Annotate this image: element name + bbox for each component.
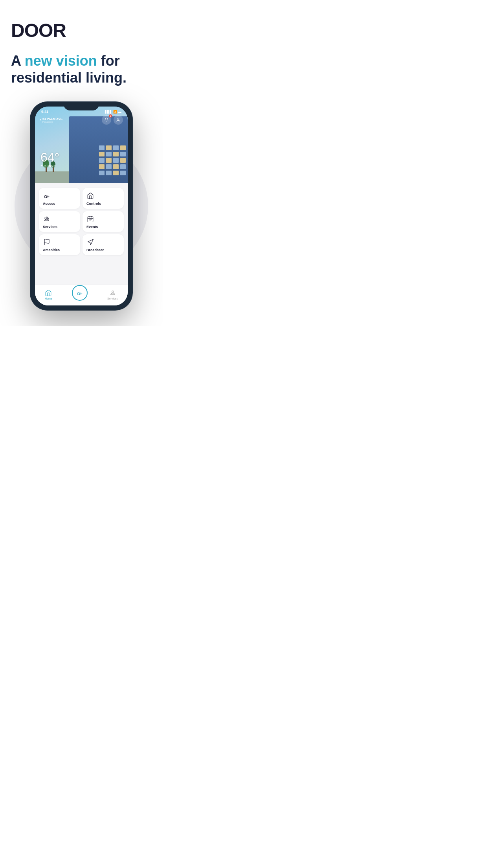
- controls-icon: [86, 192, 94, 200]
- services-label: Services: [43, 225, 76, 229]
- events-card[interactable]: Events: [83, 211, 124, 232]
- bottom-nav: Home Services: [35, 285, 128, 305]
- services-card[interactable]: Services: [39, 211, 80, 232]
- tagline-plain: A: [11, 53, 25, 69]
- address-block[interactable]: ▾ 64 PALM AVE. Pasadena: [40, 117, 63, 123]
- page-wrapper: DOOR A new vision for residential living…: [0, 0, 163, 326]
- svg-point-1: [44, 196, 47, 198]
- status-time: 9:41: [41, 110, 48, 114]
- app-title: DOOR: [11, 20, 152, 41]
- hero-area: 9:41 ▋▋▋ 📶 ▬ ▾ 64 PALM AVE.: [35, 107, 128, 183]
- wifi-icon: 📶: [113, 110, 117, 114]
- services-icon: [43, 215, 51, 223]
- address-main: 64 PALM AVE.: [42, 117, 63, 121]
- grid-row-2: Services Events: [39, 211, 124, 232]
- controls-label: Controls: [86, 202, 120, 206]
- phone-scene: 9:41 ▋▋▋ 📶 ▬ ▾ 64 PALM AVE.: [11, 102, 152, 310]
- profile-icon: [116, 118, 121, 122]
- svg-point-9: [77, 293, 80, 295]
- services-nav-icon: [109, 289, 116, 296]
- address-text: 64 PALM AVE. Pasadena: [42, 117, 63, 123]
- weather-overlay: 64° ☀ SUNNY: [40, 151, 59, 167]
- header-icons: 1: [102, 115, 123, 125]
- nav-services[interactable]: Services: [107, 289, 118, 300]
- address-city: Pasadena: [42, 121, 63, 123]
- building-windows: [99, 145, 126, 175]
- signal-icon: ▋▋▋: [105, 110, 112, 114]
- nav-home[interactable]: Home: [45, 289, 52, 300]
- amenities-card[interactable]: Amenities: [39, 234, 80, 255]
- phone-frame: 9:41 ▋▋▋ 📶 ▬ ▾ 64 PALM AVE.: [30, 102, 132, 310]
- tagline-highlight: new vision: [25, 53, 97, 69]
- status-icons: ▋▋▋ 📶 ▬: [105, 110, 121, 114]
- svg-point-3: [46, 218, 47, 219]
- access-card[interactable]: Access: [39, 188, 80, 209]
- address-chevron-icon: ▾: [40, 118, 41, 121]
- svg-rect-4: [88, 217, 93, 222]
- svg-point-0: [117, 118, 119, 120]
- amenities-icon: [43, 238, 51, 246]
- controls-card[interactable]: Controls: [83, 188, 124, 209]
- events-icon: [86, 215, 94, 223]
- weather-label: SUNNY: [44, 165, 56, 167]
- svg-point-10: [112, 291, 114, 293]
- nav-key-button[interactable]: [72, 285, 88, 301]
- key-nav-icon: [76, 289, 83, 296]
- bell-icon: [104, 118, 109, 122]
- access-icon: [43, 192, 51, 200]
- battery-icon: ▬: [118, 110, 121, 114]
- home-nav-icon: [45, 289, 52, 296]
- services-nav-label: Services: [107, 297, 118, 300]
- access-label: Access: [43, 202, 76, 206]
- weather-condition: ☀ SUNNY: [40, 164, 59, 167]
- phone-screen: 9:41 ▋▋▋ 📶 ▬ ▾ 64 PALM AVE.: [35, 107, 128, 305]
- broadcast-icon: [86, 238, 94, 246]
- grid-row-3: Amenities Broadcast: [39, 234, 124, 255]
- weather-temp: 64°: [40, 151, 59, 164]
- grid-row-1: Access Controls: [39, 188, 124, 209]
- profile-button[interactable]: [114, 115, 123, 125]
- broadcast-card[interactable]: Broadcast: [83, 234, 124, 255]
- events-label: Events: [86, 225, 120, 229]
- broadcast-label: Broadcast: [86, 248, 120, 252]
- notification-button[interactable]: 1: [102, 115, 111, 125]
- phone-notch: [64, 102, 99, 110]
- app-header: ▾ 64 PALM AVE. Pasadena 1: [35, 115, 128, 125]
- amenities-label: Amenities: [43, 248, 76, 252]
- tagline: A new vision for residential living.: [11, 52, 152, 86]
- grid-section: Access Controls: [35, 183, 128, 285]
- sun-icon: ☀: [40, 164, 43, 167]
- home-nav-label: Home: [45, 297, 52, 300]
